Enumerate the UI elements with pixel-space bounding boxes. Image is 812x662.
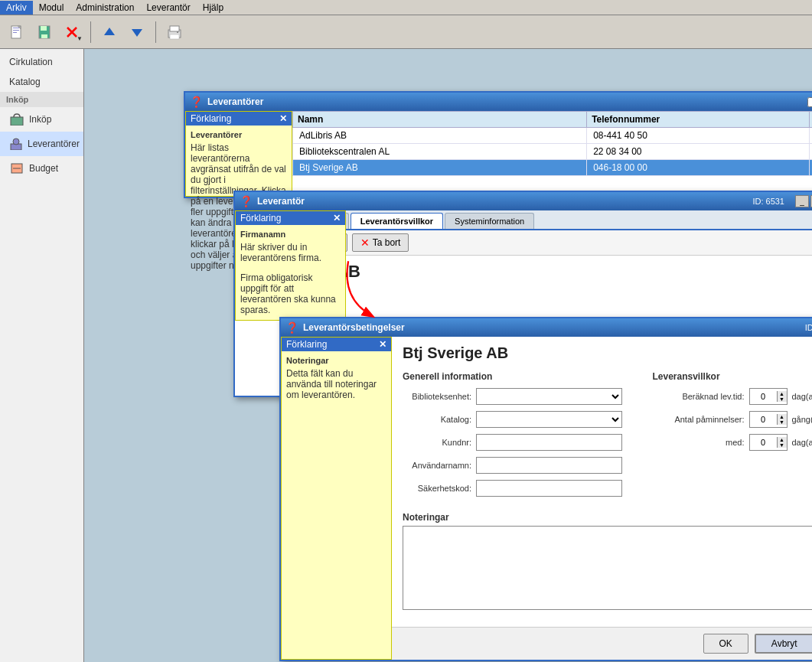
kundnr-input[interactable] [476, 434, 622, 451]
main-toolbar: ▼ [0, 15, 812, 49]
leveransvillkor-col: Leveransvillkor Beräknad lev.tid: 0 ▲ ▼ [653, 371, 813, 503]
visa-inaktiva-checkbox[interactable] [807, 97, 812, 107]
cell-ort: Os... [809, 144, 812, 160]
noteringar-textarea[interactable] [403, 526, 812, 610]
beraknad-up-btn[interactable]: ▲ [778, 391, 787, 396]
betingelser-help-icon: ❓ [285, 321, 298, 334]
suppliers-help-icon: ❓ [190, 96, 203, 108]
betingelser-body: Förklaring ✕ Noteringar Detta fält kan d… [281, 337, 812, 660]
leverantor-fk-close[interactable]: ✕ [333, 213, 341, 223]
med-unit: dag(ars) intervall. [792, 438, 813, 447]
betingelser-fk-title: Noteringar [286, 356, 386, 365]
sidebar-item-inkop[interactable]: Inköp [0, 107, 83, 132]
table-row[interactable]: Bibliotekscentralen AL 22 08 34 00 Os... [293, 144, 813, 160]
betingelser-fk-close[interactable]: ✕ [379, 339, 386, 350]
cell-phone: 08-441 40 50 [587, 128, 809, 144]
sidebar-item-cirkulation[interactable]: Cirkulation [0, 52, 83, 72]
menu-arkiv[interactable]: Arkiv [0, 1, 33, 15]
beraknad-value[interactable]: 0 [750, 390, 777, 403]
sidebar-item-leverantorer[interactable]: Leverantörer [0, 132, 83, 156]
tab-systeminformation[interactable]: Systeminformation [445, 213, 534, 229]
leverantor-window-controls: _ □ ✕ [795, 195, 812, 207]
save-button[interactable] [32, 20, 57, 44]
beraknad-spinbox-btns: ▲ ▼ [777, 391, 787, 402]
sidebar-item-budget[interactable]: Budget [0, 156, 83, 181]
leverantor-titlebar[interactable]: ❓ Leverantör ID: 6531 _ □ ✕ [235, 192, 812, 210]
betingelser-titlebar[interactable]: ❓ Leverantörsbetingelser ID: 0 _ □ ✕ [281, 318, 812, 337]
visa-inaktiva-area: Visa inaktiva [803, 95, 812, 109]
katalog-label: Katalog: [403, 415, 471, 424]
antal-value[interactable]: 0 [750, 413, 777, 426]
table-row[interactable]: AdLibris AB 08-441 40 50 ST... [293, 128, 813, 144]
suppliers-table-area: Namn Telefonnummer Ort AdLibris AB 08-44… [292, 111, 812, 197]
biblioteksenhet-select[interactable] [476, 388, 622, 405]
svg-rect-14 [170, 34, 179, 39]
cell-ort: Lu... [809, 160, 812, 176]
menu-administration[interactable]: Administration [70, 1, 140, 15]
down-button[interactable] [125, 20, 149, 44]
print-button[interactable] [162, 20, 187, 44]
cell-phone: 22 08 34 00 [587, 144, 809, 160]
main-layout: Cirkulation Katalog Inköp Inköp Leverant… [0, 49, 812, 662]
cell-namn: AdLibris AB [293, 128, 587, 144]
col-ort: Ort [809, 112, 812, 128]
svg-rect-6 [41, 26, 47, 31]
up-button[interactable] [97, 20, 122, 44]
leverantorer-icon [9, 136, 23, 152]
med-value[interactable]: 0 [750, 436, 777, 448]
antal-label: Antal påminnelser: [653, 415, 745, 424]
anvandarnamn-row: Användarnamn: [403, 457, 622, 474]
antal-spinbox: 0 ▲ ▼ [749, 411, 788, 428]
biblioteksenhet-label: Biblioteksenhet: [403, 392, 471, 401]
leverantor-minimize-btn[interactable]: _ [795, 195, 809, 207]
ta-bort-label: Ta bort [373, 237, 401, 248]
budget-item-label: Budget [29, 163, 58, 174]
generell-info-col: Generell information Biblioteksenhet: Ka… [403, 371, 622, 503]
ta-bort-icon: ✕ [360, 236, 370, 249]
svg-rect-7 [41, 34, 47, 38]
kundnr-row: Kundnr: [403, 434, 622, 451]
ta-bort-button[interactable]: ✕ Ta bort [352, 233, 409, 252]
menu-hjalp[interactable]: Hjälp [197, 1, 230, 15]
beraknad-label: Beräknad lev.tid: [653, 392, 745, 401]
katalog-select[interactable] [476, 411, 622, 428]
antal-spinbox-btns: ▲ ▼ [777, 414, 787, 425]
med-up-btn[interactable]: ▲ [778, 437, 787, 442]
sidebar-item-katalog[interactable]: Katalog [0, 72, 83, 92]
antal-down-btn[interactable]: ▼ [778, 419, 787, 425]
suppliers-window: ❓ Leverantörer Visa inaktiva B... Förkla… [184, 91, 812, 198]
kundnr-label: Kundnr: [403, 438, 471, 447]
budget-icon [9, 161, 24, 176]
leverantor-fk-body: Firmanamn Här skriver du in leverantören… [236, 225, 345, 320]
ok-button[interactable]: OK [703, 634, 748, 654]
suppliers-body: Förklaring ✕ Leverantörer Här listas lev… [185, 111, 812, 197]
suppliers-table: Namn Telefonnummer Ort AdLibris AB 08-44… [292, 111, 812, 176]
dialog-footer: OK Avbryt Hjälp [392, 627, 812, 660]
menu-modul[interactable]: Modul [33, 1, 70, 15]
tab-leverantorsvillkor[interactable]: Leverantörsvillkor [351, 213, 443, 229]
svg-marker-11 [132, 29, 142, 37]
table-row-selected[interactable]: Btj Sverige AB 046-18 00 00 Lu... [293, 160, 813, 176]
forklaring-close-btn[interactable]: ✕ [279, 113, 287, 124]
menu-leverantor[interactable]: Leverantör [140, 1, 196, 15]
new-button[interactable] [5, 20, 29, 44]
delete-button[interactable]: ▼ [60, 20, 84, 44]
generell-info-title: Generell information [403, 371, 622, 382]
antal-up-btn[interactable]: ▲ [778, 414, 787, 419]
toolbar-separator-1 [90, 21, 91, 43]
avbryt-button[interactable]: Avbryt [755, 634, 812, 654]
anvandarnamn-input[interactable] [476, 457, 622, 474]
leverantor-fk-firma: Firma [240, 272, 264, 283]
svg-rect-16 [11, 117, 23, 126]
katalog-label: Katalog [9, 77, 41, 87]
sakerhetskod-row: Säkerhetskod: [403, 480, 622, 497]
leverantor-forklaring: Förklaring ✕ Firmanamn Här skriver du in… [235, 210, 346, 321]
svg-rect-2 [13, 30, 19, 31]
beraknad-down-btn[interactable]: ▼ [778, 396, 787, 402]
med-down-btn[interactable]: ▼ [778, 442, 787, 448]
suppliers-forklaring: Förklaring ✕ Leverantörer Här listas lev… [185, 111, 292, 197]
sakerhetskod-input[interactable] [476, 480, 622, 497]
biblioteksenhet-row: Biblioteksenhet: [403, 388, 622, 405]
suppliers-titlebar[interactable]: ❓ Leverantörer Visa inaktiva B... [185, 93, 812, 111]
leverantor-fk-text: Här skriver du in leverantörens firma. [240, 242, 341, 263]
